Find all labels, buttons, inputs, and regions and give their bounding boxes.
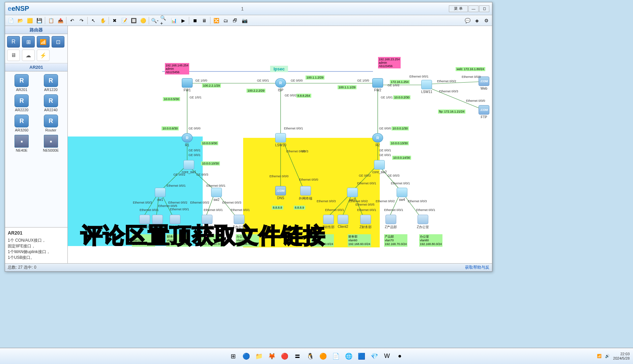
- node-LSW11[interactable]: LSW11: [421, 80, 432, 94]
- toolbar-button-2[interactable]: 🟨: [25, 16, 34, 25]
- toolbar-button-18[interactable]: ⏹: [191, 16, 199, 25]
- toolbar-button-6[interactable]: ↶: [68, 16, 77, 25]
- toolbar-button-1[interactable]: 📂: [16, 16, 25, 25]
- interface-tag: Ethernet 0/0/0: [298, 178, 319, 182]
- taskbar-app-9[interactable]: 🌐: [343, 351, 354, 362]
- node-core_sw1[interactable]: core_sw1: [182, 160, 196, 174]
- node-sw1[interactable]: sw1: [155, 188, 166, 202]
- ip-tag: 10.0.0.5/30: [163, 97, 180, 101]
- taskbar-app-4[interactable]: 🔴: [279, 351, 290, 362]
- taskbar-app-7[interactable]: 🟠: [318, 351, 328, 362]
- node-Z_office[interactable]: Z办公室: [417, 215, 429, 230]
- taskbar-app-11[interactable]: 💎: [369, 351, 380, 362]
- node-label: R1: [185, 143, 190, 147]
- node-DNS[interactable]: .COMDNS: [275, 186, 286, 200]
- taskbar-app-10[interactable]: 🟦: [356, 351, 367, 362]
- toolbar-button-13[interactable]: 🟡: [139, 16, 147, 25]
- device-AR1220[interactable]: RAR1220: [37, 74, 65, 92]
- toolbar-button-17[interactable]: ▶: [179, 16, 188, 25]
- node-FW2[interactable]: FW2: [372, 78, 383, 92]
- node-label: core_sw2: [372, 170, 387, 174]
- palette-icon-4[interactable]: 🖥: [7, 50, 20, 61]
- toolbar-button-11[interactable]: 📝: [120, 16, 128, 25]
- taskbar-right: 📶 🔊 22:03 2024/5/28: [597, 352, 630, 361]
- node-R1[interactable]: RR1: [182, 133, 193, 147]
- node-label: Z产品部: [385, 225, 397, 230]
- toolbar-right-0[interactable]: 💬: [463, 16, 472, 25]
- toolbar-button-21[interactable]: 🗂: [221, 16, 230, 25]
- node-LSW10[interactable]: LSW10: [275, 133, 286, 147]
- toolbar-button-22[interactable]: 🗗: [231, 16, 239, 25]
- palette-icon-6[interactable]: ⚡: [37, 50, 50, 61]
- device-AR2240[interactable]: RAR2240: [37, 94, 65, 112]
- taskbar-clock[interactable]: 22:03 2024/5/28: [613, 352, 630, 361]
- toolbar-button-3[interactable]: 💾: [35, 16, 44, 25]
- device-Router[interactable]: RRouter: [37, 115, 65, 132]
- maximize-button[interactable]: ◻: [479, 5, 489, 12]
- interface-tag: Ethernet 0/0/1: [230, 208, 251, 212]
- taskbar-app-1[interactable]: 🔵: [241, 351, 252, 362]
- ip-tag: 8.8.8.254: [296, 94, 311, 98]
- node-FTP[interactable]: .COMFTP: [479, 105, 489, 119]
- palette-icon-0[interactable]: R: [7, 36, 20, 48]
- taskbar-app-5[interactable]: 〓: [292, 351, 303, 362]
- device-NE40E[interactable]: ■NE40E: [8, 135, 36, 152]
- toolbar-button-0[interactable]: 📄: [6, 16, 15, 25]
- device-label: AR3260: [15, 128, 28, 132]
- toolbar-button-8[interactable]: ↖: [89, 16, 98, 25]
- node-core_sw2[interactable]: core_sw2: [372, 160, 387, 174]
- interface-tag: Ethernet 0/0/2: [375, 199, 396, 203]
- toolbar-button-4[interactable]: 📋: [47, 16, 55, 25]
- node-FW1[interactable]: FW1: [182, 78, 193, 92]
- toolbar-button-20[interactable]: 🔀: [212, 16, 221, 25]
- tray-sound-icon[interactable]: 🔊: [605, 354, 610, 358]
- toolbar-button-7[interactable]: ↷: [77, 16, 86, 25]
- toolbar-right-1[interactable]: ◈: [472, 16, 481, 25]
- toolbar-button-19[interactable]: 🖥: [200, 16, 209, 25]
- menu-button[interactable]: 菜 单: [449, 5, 468, 12]
- pc-icon: [338, 215, 348, 224]
- interface-tag: Ethernet 0/0/1: [283, 126, 304, 130]
- taskbar-app-2[interactable]: 📁: [254, 351, 264, 362]
- taskbar-app-6[interactable]: 🐧: [305, 351, 316, 362]
- toolbar-button-14[interactable]: 🔍-: [150, 16, 159, 25]
- toolbar-button-15[interactable]: 🔍+: [160, 16, 169, 25]
- taskbar-app-8[interactable]: 📄: [330, 351, 341, 362]
- minimize-button[interactable]: —: [468, 5, 479, 12]
- node-R2[interactable]: RR2: [372, 133, 383, 147]
- interface-tag: GE 0/0/2: [284, 93, 298, 97]
- node-Z_prod[interactable]: Z产品部: [385, 215, 397, 230]
- toolbar-button-12[interactable]: 🔲: [129, 16, 138, 25]
- tray-wifi-icon[interactable]: 📶: [597, 354, 602, 358]
- device-NE5000E[interactable]: ■NE5000E: [37, 135, 65, 152]
- node-extnet[interactable]: 外网终端: [299, 186, 312, 201]
- taskbar-app-0[interactable]: ⊞: [228, 351, 239, 362]
- toolbar-button-16[interactable]: 📊: [169, 16, 178, 25]
- taskbar-app-12[interactable]: W: [382, 351, 393, 362]
- device-AR3260[interactable]: RAR3260: [8, 115, 36, 132]
- node-Z_fin[interactable]: Z财务部: [359, 215, 372, 230]
- interface-tag: Ethernet 0/0/3: [438, 89, 459, 93]
- node-sw4[interactable]: sw4: [397, 188, 407, 202]
- toolbar-button-23[interactable]: 📷: [240, 16, 249, 25]
- device-AR201[interactable]: RAR201: [8, 74, 36, 92]
- node-sw2[interactable]: sw2: [211, 188, 222, 202]
- sidebar: 路由器 R⊞📶⊡🖥☁⚡ AR201 RAR201RAR1220RAR2220RA…: [5, 26, 68, 263]
- toolbar-button-9[interactable]: ✋: [98, 16, 107, 25]
- palette-icon-3[interactable]: ⊡: [52, 36, 64, 48]
- taskbar-app-3[interactable]: 🦊: [266, 351, 277, 362]
- ip-tag: 100.1.1.1/29: [338, 85, 356, 89]
- palette-icon-1[interactable]: ⊞: [22, 36, 35, 48]
- device-AR2220[interactable]: RAR2220: [8, 94, 36, 112]
- status-help[interactable]: 获取帮助与反: [465, 265, 489, 270]
- palette-icon-5[interactable]: ☁: [22, 50, 35, 61]
- palette-icon-2[interactable]: 📶: [37, 36, 50, 48]
- toolbar-button-10[interactable]: ✖: [110, 16, 119, 25]
- node-ISP[interactable]: RISP: [275, 78, 286, 92]
- node-label: FTP: [481, 115, 487, 119]
- taskbar-app-13[interactable]: ●: [395, 351, 405, 362]
- interface-tag: GE 0/0/1: [256, 79, 270, 83]
- toolbar-right-2[interactable]: ⚙: [482, 16, 491, 25]
- toolbar-button-5[interactable]: 📤: [56, 16, 65, 25]
- node-Client2[interactable]: Client2: [338, 215, 348, 229]
